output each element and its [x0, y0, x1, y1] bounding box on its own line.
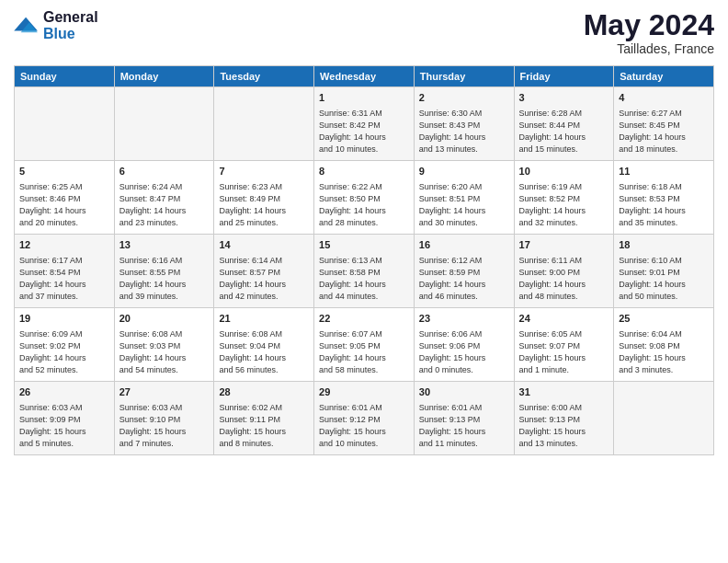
calendar-cell: 16Sunrise: 6:12 AM Sunset: 8:59 PM Dayli… — [414, 235, 514, 308]
calendar-cell: 15Sunrise: 6:13 AM Sunset: 8:58 PM Dayli… — [314, 235, 415, 308]
day-info: Sunrise: 6:25 AM Sunset: 8:46 PM Dayligh… — [19, 181, 109, 229]
day-info: Sunrise: 6:00 AM Sunset: 9:13 PM Dayligh… — [519, 402, 609, 450]
day-info: Sunrise: 6:18 AM Sunset: 8:53 PM Dayligh… — [619, 181, 709, 229]
day-info: Sunrise: 6:14 AM Sunset: 8:57 PM Dayligh… — [219, 255, 309, 303]
day-number: 31 — [519, 385, 609, 399]
day-number: 7 — [219, 165, 309, 178]
day-number: 12 — [19, 238, 109, 252]
calendar-cell: 1Sunrise: 6:31 AM Sunset: 8:42 PM Daylig… — [314, 87, 415, 161]
day-number: 5 — [19, 165, 109, 178]
page-container: General Blue May 2024 Taillades, France … — [0, 0, 728, 465]
day-number: 9 — [419, 165, 509, 178]
calendar-body: 1Sunrise: 6:31 AM Sunset: 8:42 PM Daylig… — [15, 87, 714, 455]
calendar-cell: 25Sunrise: 6:04 AM Sunset: 9:08 PM Dayli… — [614, 308, 714, 382]
day-number: 20 — [119, 312, 210, 326]
col-monday: Monday — [114, 66, 214, 87]
calendar-cell: 26Sunrise: 6:03 AM Sunset: 9:09 PM Dayli… — [15, 382, 115, 455]
calendar-cell: 21Sunrise: 6:08 AM Sunset: 9:04 PM Dayli… — [214, 308, 314, 382]
day-number: 23 — [419, 312, 509, 326]
day-number: 1 — [319, 91, 409, 105]
day-info: Sunrise: 6:13 AM Sunset: 8:58 PM Dayligh… — [319, 255, 409, 303]
col-thursday: Thursday — [414, 66, 514, 87]
day-number: 10 — [519, 165, 609, 178]
calendar-week-2: 5Sunrise: 6:25 AM Sunset: 8:46 PM Daylig… — [15, 161, 714, 235]
col-saturday: Saturday — [614, 66, 714, 87]
day-number: 6 — [119, 165, 210, 178]
calendar-week-3: 12Sunrise: 6:17 AM Sunset: 8:54 PM Dayli… — [15, 235, 714, 308]
day-number: 27 — [119, 385, 210, 399]
calendar-cell — [614, 382, 714, 455]
calendar-cell: 17Sunrise: 6:11 AM Sunset: 9:00 PM Dayli… — [514, 235, 614, 308]
calendar-week-5: 26Sunrise: 6:03 AM Sunset: 9:09 PM Dayli… — [15, 382, 714, 455]
day-info: Sunrise: 6:30 AM Sunset: 8:43 PM Dayligh… — [419, 108, 509, 155]
day-number: 29 — [319, 385, 409, 399]
calendar-cell: 11Sunrise: 6:18 AM Sunset: 8:53 PM Dayli… — [614, 161, 714, 235]
calendar-week-1: 1Sunrise: 6:31 AM Sunset: 8:42 PM Daylig… — [15, 87, 714, 161]
day-number: 8 — [319, 165, 409, 178]
day-info: Sunrise: 6:17 AM Sunset: 8:54 PM Dayligh… — [19, 255, 109, 303]
day-info: Sunrise: 6:23 AM Sunset: 8:49 PM Dayligh… — [219, 181, 309, 229]
calendar-cell: 13Sunrise: 6:16 AM Sunset: 8:55 PM Dayli… — [114, 235, 214, 308]
calendar-cell: 10Sunrise: 6:19 AM Sunset: 8:52 PM Dayli… — [514, 161, 614, 235]
calendar-cell: 5Sunrise: 6:25 AM Sunset: 8:46 PM Daylig… — [15, 161, 115, 235]
calendar-cell: 19Sunrise: 6:09 AM Sunset: 9:02 PM Dayli… — [15, 308, 115, 382]
day-number: 16 — [419, 238, 509, 252]
calendar-cell — [114, 87, 214, 161]
day-info: Sunrise: 6:19 AM Sunset: 8:52 PM Dayligh… — [519, 181, 609, 229]
day-number: 2 — [419, 91, 509, 105]
col-wednesday: Wednesday — [314, 66, 415, 87]
calendar-cell: 22Sunrise: 6:07 AM Sunset: 9:05 PM Dayli… — [314, 308, 415, 382]
day-number: 21 — [219, 312, 309, 326]
day-number: 19 — [19, 312, 109, 326]
calendar-cell: 30Sunrise: 6:01 AM Sunset: 9:13 PM Dayli… — [414, 382, 514, 455]
day-number: 30 — [419, 385, 509, 399]
col-friday: Friday — [514, 66, 614, 87]
day-number: 28 — [219, 385, 309, 399]
calendar-cell — [15, 87, 115, 161]
day-info: Sunrise: 6:22 AM Sunset: 8:50 PM Dayligh… — [319, 181, 409, 229]
header-row: Sunday Monday Tuesday Wednesday Thursday… — [15, 66, 714, 87]
day-info: Sunrise: 6:08 AM Sunset: 9:03 PM Dayligh… — [119, 328, 210, 376]
calendar-cell: 14Sunrise: 6:14 AM Sunset: 8:57 PM Dayli… — [214, 235, 314, 308]
calendar-table: Sunday Monday Tuesday Wednesday Thursday… — [14, 65, 714, 455]
calendar-cell: 28Sunrise: 6:02 AM Sunset: 9:11 PM Dayli… — [214, 382, 314, 455]
calendar-cell: 6Sunrise: 6:24 AM Sunset: 8:47 PM Daylig… — [114, 161, 214, 235]
day-info: Sunrise: 6:11 AM Sunset: 9:00 PM Dayligh… — [519, 255, 609, 303]
day-number: 22 — [319, 312, 409, 326]
header: General Blue May 2024 Taillades, France — [14, 9, 714, 56]
logo: General Blue — [14, 9, 98, 41]
day-info: Sunrise: 6:06 AM Sunset: 9:06 PM Dayligh… — [419, 328, 509, 376]
calendar-cell: 31Sunrise: 6:00 AM Sunset: 9:13 PM Dayli… — [514, 382, 614, 455]
title-location: Taillades, France — [584, 41, 714, 56]
calendar-cell: 12Sunrise: 6:17 AM Sunset: 8:54 PM Dayli… — [15, 235, 115, 308]
day-info: Sunrise: 6:03 AM Sunset: 9:10 PM Dayligh… — [119, 402, 210, 450]
day-info: Sunrise: 6:04 AM Sunset: 9:08 PM Dayligh… — [619, 328, 709, 376]
day-number: 24 — [519, 312, 609, 326]
day-number: 4 — [619, 91, 709, 105]
col-tuesday: Tuesday — [214, 66, 314, 87]
col-sunday: Sunday — [15, 66, 115, 87]
day-number: 25 — [619, 312, 709, 326]
logo-icon — [14, 16, 40, 36]
calendar-cell: 20Sunrise: 6:08 AM Sunset: 9:03 PM Dayli… — [114, 308, 214, 382]
day-number: 17 — [519, 238, 609, 252]
day-number: 18 — [619, 238, 709, 252]
day-info: Sunrise: 6:20 AM Sunset: 8:51 PM Dayligh… — [419, 181, 509, 229]
day-info: Sunrise: 6:08 AM Sunset: 9:04 PM Dayligh… — [219, 328, 309, 376]
calendar-cell: 23Sunrise: 6:06 AM Sunset: 9:06 PM Dayli… — [414, 308, 514, 382]
day-info: Sunrise: 6:02 AM Sunset: 9:11 PM Dayligh… — [219, 402, 309, 450]
calendar-cell: 24Sunrise: 6:05 AM Sunset: 9:07 PM Dayli… — [514, 308, 614, 382]
day-number: 11 — [619, 165, 709, 178]
day-info: Sunrise: 6:01 AM Sunset: 9:13 PM Dayligh… — [419, 402, 509, 450]
day-info: Sunrise: 6:09 AM Sunset: 9:02 PM Dayligh… — [19, 328, 109, 376]
calendar-week-4: 19Sunrise: 6:09 AM Sunset: 9:02 PM Dayli… — [15, 308, 714, 382]
day-info: Sunrise: 6:28 AM Sunset: 8:44 PM Dayligh… — [519, 108, 609, 155]
day-number: 14 — [219, 238, 309, 252]
calendar-cell: 3Sunrise: 6:28 AM Sunset: 8:44 PM Daylig… — [514, 87, 614, 161]
day-number: 26 — [19, 385, 109, 399]
day-info: Sunrise: 6:16 AM Sunset: 8:55 PM Dayligh… — [119, 255, 210, 303]
calendar-cell: 9Sunrise: 6:20 AM Sunset: 8:51 PM Daylig… — [414, 161, 514, 235]
day-info: Sunrise: 6:01 AM Sunset: 9:12 PM Dayligh… — [319, 402, 409, 450]
calendar-cell — [214, 87, 314, 161]
day-info: Sunrise: 6:31 AM Sunset: 8:42 PM Dayligh… — [319, 108, 409, 155]
